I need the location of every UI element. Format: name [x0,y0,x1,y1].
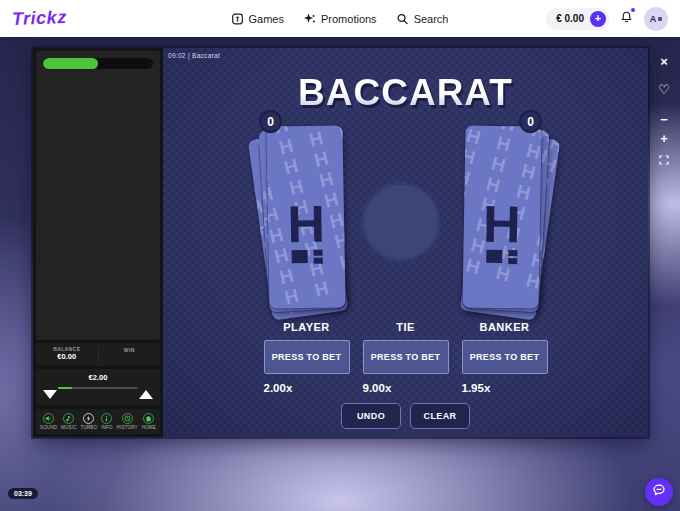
tie-bet-button[interactable]: PRESS TO BET [363,340,449,374]
stats-row: BALANCE €0.00 WIN [36,343,160,366]
banker-bet-button[interactable]: PRESS TO BET [462,340,548,374]
banker-score-badge: 0 [519,110,542,133]
balance-value: €0.00 [36,353,98,362]
home-label: HOME [142,425,156,430]
main-nav: Games Promotions Search [232,13,449,25]
minus-icon: − [660,112,668,127]
info-button[interactable]: INFO [101,413,113,430]
nav-search-label: Search [414,13,449,25]
lightning-icon [83,413,94,424]
player-multiplier: 2.00x [264,382,350,394]
nav-games-label: Games [249,13,284,25]
music-note-icon [63,413,74,424]
win-stat: WIN [98,348,161,362]
bet-col-player: PLAYER PRESS TO BET 2.00x [264,321,350,394]
close-icon: × [660,54,668,69]
arcade-icon [232,13,244,25]
search-icon [397,13,409,25]
bet-amount: €2.00 [36,369,160,382]
status-separator: | [188,52,190,59]
home-button[interactable]: HOME [142,413,156,430]
session-timer: 03:39 [8,488,38,499]
header-right: € 0.00 + A [546,7,668,31]
plus-icon: + [660,131,668,146]
game-status: 09:02 | Baccarat [168,52,220,59]
progress-fill [43,58,98,69]
game-table: 09:02 | Baccarat BACCARAT H H H H H H H … [163,48,648,437]
win-value [99,353,161,361]
turbo-label: TURBO [80,425,97,430]
turbo-button[interactable]: TURBO [80,413,97,430]
sound-label: SOUND [40,425,57,430]
fullscreen-button[interactable] [659,151,669,169]
controls-row: SOUND MUSIC TURBO [36,409,160,434]
result-circle [361,182,441,262]
plus-icon: + [595,13,601,24]
nav-promotions[interactable]: Promotions [304,13,377,25]
avatar-menu-icon [658,17,662,21]
history-button[interactable]: HISTORY [117,413,138,430]
banker-label: BANKER [462,321,548,333]
bet-decrease-button[interactable] [43,390,57,399]
bet-increase-button[interactable] [139,390,153,399]
notifications-button[interactable] [620,10,633,28]
card-logo: H [463,202,540,265]
banker-card-stack[interactable]: H H H H H H H H H H H H H H H H H H H H … [464,126,540,308]
bet-slider-fill [58,387,72,389]
chat-button[interactable] [645,478,673,506]
zoom-in-button[interactable]: + [660,131,668,146]
bet-panel: €2.00 [36,369,160,406]
tie-multiplier: 9.00x [363,382,449,394]
nav-games[interactable]: Games [232,13,284,25]
screen: Trickz Games Promotions Search [0,0,680,511]
nav-promotions-label: Promotions [321,13,377,25]
status-game-name: Baccarat [192,52,220,59]
undo-button[interactable]: UNDO [341,403,401,429]
player-label: PLAYER [264,321,350,333]
music-button[interactable]: MUSIC [61,413,77,430]
balance-stat: BALANCE €0.00 [36,347,98,361]
card-back: H H H H H H H H H H H H H H H H H H H H … [266,125,345,308]
game-window-controls: × ♡ − + [648,48,680,169]
game-sidebar: BALANCE €0.00 WIN €2.00 [33,48,163,437]
logo-dot [313,257,322,263]
bet-slider[interactable] [58,387,138,389]
card-logo-dots [463,249,539,264]
site-logo[interactable]: Trickz [12,7,67,30]
close-button[interactable]: × [660,54,668,69]
wallet-balance-value: € 0.00 [556,13,584,24]
music-label: MUSIC [61,425,77,430]
deposit-button[interactable]: + [590,11,606,27]
card-logo-dots [269,249,345,264]
logo-dot [508,250,517,256]
bet-actions: UNDO CLEAR [163,403,648,429]
progress-bar [43,58,153,69]
sound-button[interactable]: SOUND [40,413,57,430]
game-title: BACCARAT [163,72,648,114]
info-icon [101,413,112,424]
game-window: BALANCE €0.00 WIN €2.00 [33,48,648,437]
card-logo-letter: H [268,202,345,248]
favorite-button[interactable]: ♡ [658,82,670,97]
card-back: H H H H H H H H H H H H H H H H H H H H … [462,125,541,308]
heart-icon: ♡ [658,82,670,97]
sparkles-icon [304,13,316,25]
avatar[interactable]: A [644,7,668,31]
bet-col-tie: TIE PRESS TO BET 9.00x [363,321,449,394]
status-time: 09:02 [168,52,186,59]
chat-bubble-icon [652,483,666,501]
avatar-initial: A [650,14,657,24]
wallet-balance[interactable]: € 0.00 + [546,8,609,30]
card-logo: H [268,202,345,265]
nav-search[interactable]: Search [397,13,449,25]
logo-dot [508,258,517,264]
card-logo-letter: H [463,202,540,248]
player-bet-button[interactable]: PRESS TO BET [264,340,350,374]
bell-icon [620,10,633,28]
tie-label: TIE [363,321,449,333]
clear-button[interactable]: CLEAR [410,403,470,429]
site-header: Trickz Games Promotions Search [0,0,680,37]
player-card-stack[interactable]: H H H H H H H H H H H H H H H H H H H H … [268,126,344,308]
zoom-out-button[interactable]: − [660,112,668,127]
logo-dot [486,249,502,262]
